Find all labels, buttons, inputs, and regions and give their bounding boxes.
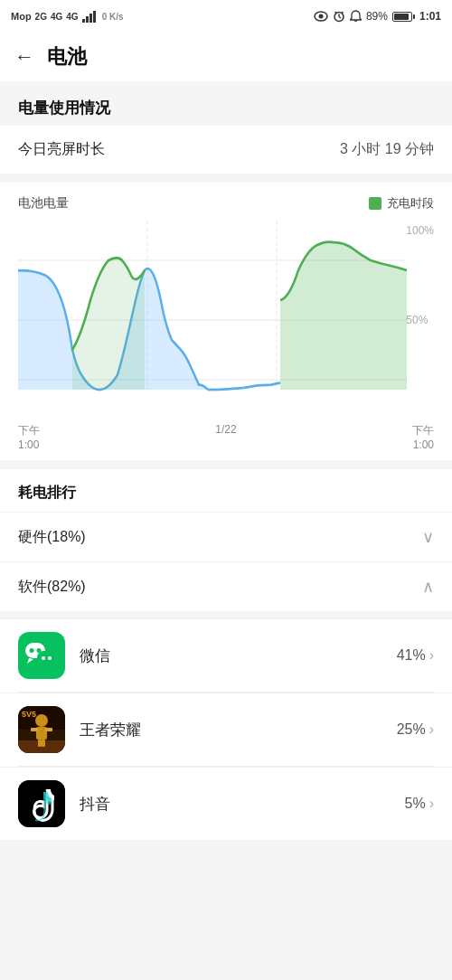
alarm-icon <box>333 10 345 23</box>
svg-rect-3 <box>93 11 96 23</box>
chart-svg <box>18 221 434 419</box>
chart-header: 电池电量 充电时段 <box>18 195 434 212</box>
svg-rect-1 <box>86 16 89 23</box>
section-usage-title: 电量使用情况 <box>0 81 452 126</box>
legend-color-dot <box>369 197 381 210</box>
svg-marker-17 <box>27 658 33 664</box>
bell-icon <box>350 10 362 23</box>
svg-point-23 <box>48 656 52 660</box>
douyin-chevron-icon: › <box>429 796 434 812</box>
status-right: 89% 1:01 <box>314 10 441 23</box>
douyin-icon <box>18 780 65 827</box>
douyin-percent: 5% <box>405 796 426 812</box>
honor-icon: 5V5 <box>18 706 65 753</box>
battery-chart-section: 电池电量 充电时段 <box>0 183 452 460</box>
svg-rect-29 <box>31 728 38 731</box>
bottom-padding <box>0 840 452 894</box>
svg-point-22 <box>42 656 45 660</box>
svg-rect-0 <box>82 19 85 23</box>
wechat-name: 微信 <box>80 645 382 666</box>
honor-logo-svg: 5V5 <box>18 706 65 753</box>
douyin-logo-svg <box>18 780 65 827</box>
wechat-logo-svg <box>24 642 59 669</box>
screen-time-label: 今日亮屏时长 <box>18 140 105 159</box>
software-row[interactable]: 软件(82%) ∧ <box>0 561 452 611</box>
divider-3 <box>0 611 452 618</box>
app-item-douyin[interactable]: 抖音 5% › <box>0 767 452 840</box>
svg-point-5 <box>318 14 323 19</box>
signal-bars-icon <box>82 11 99 23</box>
svg-rect-32 <box>42 740 45 747</box>
svg-point-27 <box>35 714 48 727</box>
page-title: 电池 <box>47 43 87 71</box>
battery-chart: 100% 50% 0% <box>18 221 434 419</box>
svg-text:5V5: 5V5 <box>22 710 36 719</box>
svg-rect-18 <box>37 651 57 665</box>
app-item-honor[interactable]: 5V5 王者荣耀 25% › <box>0 693 452 766</box>
battery-icon <box>392 12 415 22</box>
hardware-chevron-icon: ∨ <box>422 527 434 547</box>
ranking-title: 耗电排行 <box>0 469 452 512</box>
software-chevron-icon: ∧ <box>422 577 434 597</box>
signal-2g: 2G <box>35 12 47 22</box>
wechat-chevron-icon: › <box>429 647 434 664</box>
douyin-right: 5% › <box>405 796 434 812</box>
signal-4g1: 4G <box>51 12 62 22</box>
x-label-mid: 1/22 <box>215 423 236 451</box>
honor-chevron-icon: › <box>429 721 434 738</box>
x-label-start: 下午1:00 <box>18 423 40 451</box>
svg-line-8 <box>339 17 341 19</box>
wechat-percent: 41% <box>397 647 426 664</box>
chart-legend: 充电时段 <box>369 195 434 212</box>
honor-name: 王者荣耀 <box>80 720 382 740</box>
svg-rect-31 <box>38 740 42 747</box>
x-label-end: 下午1:00 <box>412 423 434 451</box>
divider-1 <box>0 174 452 183</box>
software-label: 软件(82%) <box>18 578 86 597</box>
brand-label: Mop <box>11 11 32 22</box>
eye-icon <box>314 11 328 22</box>
hardware-row[interactable]: 硬件(18%) ∨ <box>0 512 452 561</box>
honor-percent: 25% <box>397 721 426 738</box>
divider-2 <box>0 460 452 469</box>
wechat-icon <box>18 632 65 679</box>
chart-x-labels: 下午1:00 1/22 下午1:00 <box>18 419 434 451</box>
svg-marker-19 <box>52 665 58 669</box>
screen-time-row: 今日亮屏时长 3 小时 19 分钟 <box>0 126 452 174</box>
legend-label: 充电时段 <box>387 195 434 212</box>
douyin-name: 抖音 <box>80 794 391 815</box>
time-label: 1:01 <box>419 10 441 23</box>
battery-percent: 89% <box>366 10 388 23</box>
data-speed: 0 K/s <box>102 12 124 22</box>
honor-right: 25% › <box>397 721 434 738</box>
svg-point-20 <box>30 648 34 653</box>
back-button[interactable]: ← <box>14 47 34 67</box>
page-header: ← 电池 <box>0 33 452 81</box>
app-item-wechat[interactable]: 微信 41% › <box>0 618 452 692</box>
hardware-label: 硬件(18%) <box>18 528 86 547</box>
status-left: Mop 2G 4G 4G 0 K/s <box>11 11 124 23</box>
status-bar: Mop 2G 4G 4G 0 K/s 89% <box>0 0 452 33</box>
screen-time-value: 3 小时 19 分钟 <box>340 140 434 159</box>
svg-point-21 <box>37 648 42 653</box>
svg-rect-30 <box>45 728 52 731</box>
wechat-right: 41% › <box>397 647 434 664</box>
svg-rect-2 <box>89 14 92 23</box>
signal-4g2: 4G <box>66 12 78 22</box>
chart-left-label: 电池电量 <box>18 195 69 212</box>
